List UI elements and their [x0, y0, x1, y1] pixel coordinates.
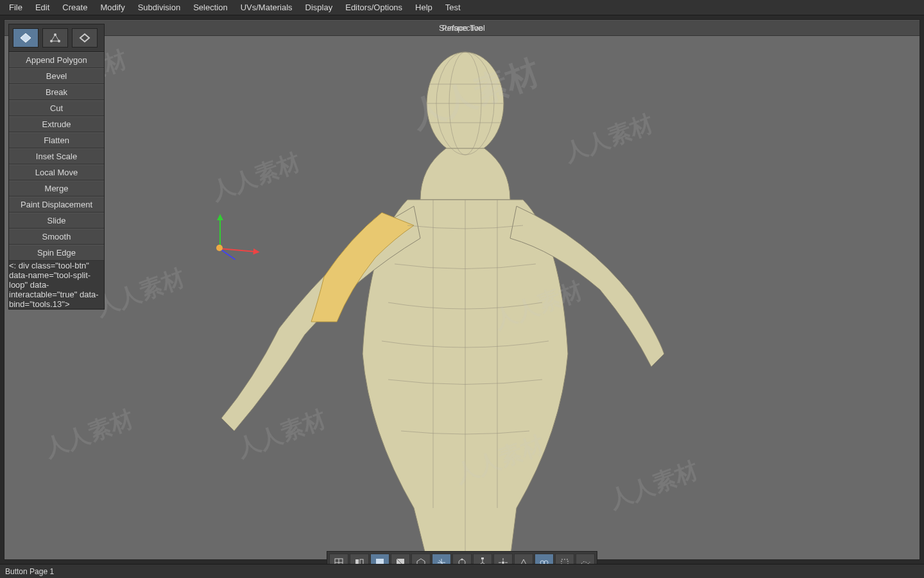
vertex-mode-icon[interactable]: [42, 28, 68, 48]
tool-inset-scale[interactable]: Inset Scale: [9, 148, 104, 164]
tool-paint-displacement[interactable]: Paint Displacement: [9, 197, 104, 213]
menu-test[interactable]: Test: [439, 1, 467, 14]
face-mode-icon[interactable]: [13, 28, 38, 48]
menu-display[interactable]: Display: [299, 1, 339, 14]
mesh-preview: [4, 20, 920, 559]
edge-mode-icon[interactable]: [72, 28, 98, 48]
status-text: Button Page 1: [5, 567, 54, 576]
menu-bar: File Edit Create Modify Subdivision Sele…: [0, 0, 924, 15]
status-bar: Button Page 1: [0, 564, 924, 578]
svg-point-30: [461, 559, 463, 561]
menu-subdivision[interactable]: Subdivision: [132, 1, 187, 14]
tool-smooth[interactable]: Smooth: [9, 229, 104, 245]
menu-modify[interactable]: Modify: [94, 1, 131, 14]
menu-file[interactable]: File: [3, 1, 29, 14]
tool-local-move[interactable]: Local Move: [9, 164, 104, 180]
menu-create[interactable]: Create: [56, 1, 94, 14]
menu-selection[interactable]: Selection: [187, 1, 234, 14]
tool-bevel[interactable]: Bevel: [9, 68, 104, 84]
menu-help[interactable]: Help: [409, 1, 439, 14]
menu-edit[interactable]: Edit: [29, 1, 56, 14]
gizmo-center[interactable]: [216, 245, 223, 251]
tool-cut[interactable]: Cut: [9, 100, 104, 116]
tool-spin-edge[interactable]: Spin Edge: [9, 245, 104, 261]
svg-marker-16: [80, 34, 89, 42]
tool-break[interactable]: Break: [9, 84, 104, 100]
svg-marker-9: [21, 33, 31, 42]
tool-panel: Append Polygon Bevel Break Cut Extrude F…: [8, 24, 105, 310]
menu-uvs-materials[interactable]: UVs/Materials: [234, 1, 299, 14]
menu-editors-options[interactable]: Editors/Options: [339, 1, 409, 14]
svg-rect-34: [481, 557, 484, 559]
tool-flatten[interactable]: Flatten: [9, 132, 104, 148]
tool-append-polygon[interactable]: Append Polygon: [9, 52, 104, 68]
tool-extrude[interactable]: Extrude: [9, 116, 104, 132]
gizmo-y-axis[interactable]: [219, 216, 221, 248]
tool-merge[interactable]: Merge: [9, 180, 104, 197]
tool-slide[interactable]: Slide: [9, 213, 104, 229]
svg-line-13: [51, 35, 55, 41]
svg-line-14: [55, 35, 59, 41]
viewport[interactable]: Perspective: [4, 19, 920, 560]
